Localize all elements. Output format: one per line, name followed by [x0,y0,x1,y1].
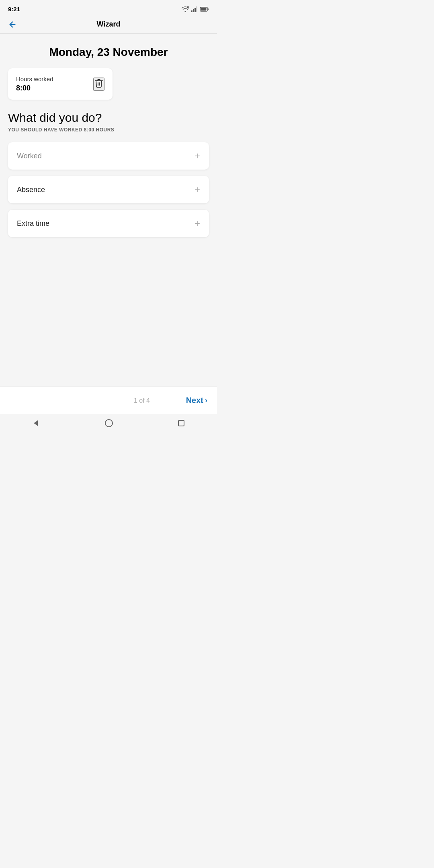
svg-point-10 [105,420,113,427]
next-label: Next [186,396,203,405]
worked-label: Worked [17,152,42,160]
battery-icon [200,7,209,12]
status-time: 9:21 [8,6,20,12]
absence-card[interactable]: Absence + [8,176,209,203]
back-arrow-icon [8,20,17,29]
home-nav-button[interactable] [104,419,113,428]
worked-card[interactable]: Worked + [8,142,209,170]
recents-nav-button[interactable] [178,420,185,427]
page-indicator: 1 of 4 [98,397,186,404]
extra-time-plus-icon: + [194,219,200,228]
wifi-icon [182,6,189,12]
back-button[interactable] [8,20,17,29]
hours-label: Hours worked [16,76,53,82]
signal-icon [191,6,198,12]
nav-title: Wizard [97,20,121,29]
svg-rect-5 [196,6,197,12]
absence-label: Absence [17,186,45,194]
extra-time-card[interactable]: Extra time + [8,210,209,237]
next-button[interactable]: Next › [186,396,207,405]
back-triangle-icon [32,419,40,427]
absence-plus-icon: + [194,185,200,194]
section-subtitle: YOU SHOULD HAVE WORKED 8:00 HOURS [8,127,209,133]
section-question: What did you do? [8,111,209,125]
svg-rect-8 [201,8,207,10]
svg-rect-4 [194,8,196,12]
trash-icon [94,78,104,88]
svg-marker-9 [34,420,38,426]
top-nav: Wizard [0,16,217,34]
next-chevron-icon: › [205,396,207,405]
hours-card-info: Hours worked 8:00 [16,76,53,92]
recents-square-icon [178,420,185,427]
extra-time-label: Extra time [17,219,49,228]
bottom-bar: 1 of 4 Next › [0,387,217,414]
hours-value: 8:00 [16,84,53,92]
home-circle-icon [104,419,113,428]
svg-rect-2 [191,10,192,12]
hours-card: Hours worked 8:00 [8,68,113,100]
android-nav [0,414,217,434]
svg-rect-11 [178,420,184,426]
svg-rect-7 [208,8,209,10]
back-nav-button[interactable] [32,419,40,427]
worked-plus-icon: + [194,151,200,161]
status-bar: 9:21 [0,0,217,16]
main-content: Monday, 23 November Hours worked 8:00 Wh… [0,34,217,387]
svg-rect-3 [193,9,194,12]
delete-hours-button[interactable] [93,78,104,91]
status-icons [182,6,209,12]
page-date: Monday, 23 November [8,46,209,59]
